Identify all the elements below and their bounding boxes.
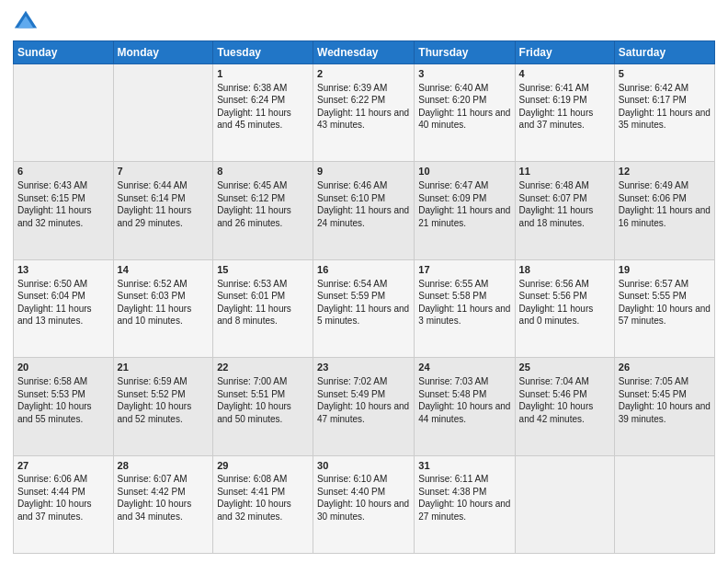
day-info: Sunrise: 6:45 AM — [217, 179, 309, 192]
day-info: Daylight: 11 hours and 32 minutes. — [17, 204, 109, 229]
day-number: 14 — [118, 263, 210, 277]
day-of-week-sunday: Sunday — [14, 41, 114, 64]
calendar-cell: 5Sunrise: 6:42 AMSunset: 6:17 PMDaylight… — [614, 64, 714, 162]
calendar-cell: 12Sunrise: 6:49 AMSunset: 6:06 PMDayligh… — [614, 162, 714, 259]
day-info: Sunset: 6:20 PM — [418, 94, 510, 107]
day-info: Sunset: 5:58 PM — [418, 290, 510, 303]
day-info: Sunrise: 6:58 AM — [17, 375, 109, 388]
day-number: 25 — [519, 361, 610, 374]
day-info: Daylight: 11 hours and 43 minutes. — [317, 107, 410, 132]
day-info: Sunset: 6:12 PM — [217, 192, 309, 205]
day-info: Sunset: 5:52 PM — [118, 388, 210, 401]
day-info: Daylight: 10 hours and 47 minutes. — [317, 400, 410, 425]
day-info: Sunrise: 6:46 AM — [317, 179, 410, 192]
day-info: Daylight: 11 hours and 10 minutes. — [118, 303, 210, 327]
calendar-cell: 3Sunrise: 6:40 AMSunset: 6:20 PMDaylight… — [415, 64, 515, 162]
day-info: Sunset: 5:56 PM — [519, 290, 610, 303]
day-info: Daylight: 11 hours and 45 minutes. — [217, 107, 309, 132]
day-number: 31 — [418, 459, 510, 473]
day-info: Sunrise: 6:07 AM — [118, 473, 210, 486]
day-info: Sunset: 4:44 PM — [17, 486, 109, 499]
week-row-2: 6Sunrise: 6:43 AMSunset: 6:15 PMDaylight… — [14, 162, 715, 259]
day-info: Sunrise: 6:59 AM — [118, 375, 210, 388]
day-number: 1 — [217, 67, 309, 81]
day-header-row: SundayMondayTuesdayWednesdayThursdayFrid… — [14, 41, 715, 64]
calendar-cell: 18Sunrise: 6:56 AMSunset: 5:56 PMDayligh… — [515, 259, 614, 357]
day-info: Daylight: 11 hours and 16 minutes. — [619, 204, 711, 229]
day-number: 9 — [317, 165, 410, 178]
calendar-cell: 22Sunrise: 7:00 AMSunset: 5:51 PMDayligh… — [213, 358, 313, 455]
day-info: Sunset: 6:15 PM — [17, 192, 109, 205]
day-info: Sunrise: 7:02 AM — [317, 375, 410, 388]
day-info: Daylight: 11 hours and 18 minutes. — [519, 204, 610, 229]
day-info: Daylight: 10 hours and 50 minutes. — [217, 400, 309, 425]
day-info: Sunrise: 6:49 AM — [619, 179, 711, 192]
logo-icon — [13, 9, 39, 35]
day-info: Sunrise: 6:52 AM — [118, 278, 210, 291]
day-number: 18 — [519, 263, 610, 277]
calendar-header: SundayMondayTuesdayWednesdayThursdayFrid… — [14, 41, 715, 64]
calendar-cell: 8Sunrise: 6:45 AMSunset: 6:12 PMDaylight… — [213, 162, 313, 259]
week-row-4: 20Sunrise: 6:58 AMSunset: 5:53 PMDayligh… — [14, 358, 715, 455]
calendar-cell: 31Sunrise: 6:11 AMSunset: 4:38 PMDayligh… — [415, 455, 515, 553]
day-info: Sunset: 6:14 PM — [118, 192, 210, 205]
calendar-cell: 29Sunrise: 6:08 AMSunset: 4:41 PMDayligh… — [213, 455, 313, 553]
logo — [13, 9, 42, 35]
day-info: Daylight: 10 hours and 39 minutes. — [619, 400, 711, 425]
day-number: 12 — [619, 165, 711, 178]
week-row-3: 13Sunrise: 6:50 AMSunset: 6:04 PMDayligh… — [14, 259, 715, 357]
day-info: Daylight: 11 hours and 26 minutes. — [217, 204, 309, 229]
day-info: Sunrise: 6:08 AM — [217, 473, 309, 486]
calendar-cell: 25Sunrise: 7:04 AMSunset: 5:46 PMDayligh… — [515, 358, 614, 455]
day-info: Sunrise: 6:41 AM — [519, 82, 610, 95]
calendar-cell: 13Sunrise: 6:50 AMSunset: 6:04 PMDayligh… — [14, 259, 114, 357]
day-info: Sunset: 5:51 PM — [217, 388, 309, 401]
day-info: Sunrise: 7:00 AM — [217, 375, 309, 388]
day-info: Daylight: 11 hours and 37 minutes. — [519, 107, 610, 132]
calendar-cell — [515, 455, 614, 553]
day-info: Sunset: 6:17 PM — [619, 94, 711, 107]
calendar-cell: 9Sunrise: 6:46 AMSunset: 6:10 PMDaylight… — [313, 162, 415, 259]
day-info: Sunset: 4:40 PM — [317, 486, 410, 499]
day-info: Daylight: 11 hours and 21 minutes. — [418, 204, 510, 229]
week-row-5: 27Sunrise: 6:06 AMSunset: 4:44 PMDayligh… — [14, 455, 715, 553]
day-info: Sunrise: 6:43 AM — [17, 179, 109, 192]
calendar-cell: 30Sunrise: 6:10 AMSunset: 4:40 PMDayligh… — [313, 455, 415, 553]
day-info: Sunrise: 6:54 AM — [317, 278, 410, 291]
day-number: 15 — [217, 263, 309, 277]
day-info: Sunset: 4:41 PM — [217, 486, 309, 499]
day-info: Sunset: 4:42 PM — [118, 486, 210, 499]
day-of-week-tuesday: Tuesday — [213, 41, 313, 64]
calendar-cell: 1Sunrise: 6:38 AMSunset: 6:24 PMDaylight… — [213, 64, 313, 162]
day-info: Daylight: 11 hours and 35 minutes. — [619, 107, 711, 132]
day-info: Sunrise: 6:55 AM — [418, 278, 510, 291]
calendar-cell: 24Sunrise: 7:03 AMSunset: 5:48 PMDayligh… — [415, 358, 515, 455]
day-info: Sunset: 6:03 PM — [118, 290, 210, 303]
day-info: Daylight: 10 hours and 52 minutes. — [118, 400, 210, 425]
day-info: Sunrise: 6:39 AM — [317, 82, 410, 95]
day-info: Sunset: 6:10 PM — [317, 192, 410, 205]
day-info: Sunset: 4:38 PM — [418, 486, 510, 499]
day-number: 26 — [619, 361, 711, 374]
day-number: 5 — [619, 67, 711, 81]
day-number: 27 — [17, 459, 109, 473]
day-info: Daylight: 10 hours and 27 minutes. — [418, 498, 510, 523]
day-number: 13 — [17, 263, 109, 277]
day-number: 6 — [17, 165, 109, 178]
day-number: 17 — [418, 263, 510, 277]
calendar-cell: 17Sunrise: 6:55 AMSunset: 5:58 PMDayligh… — [415, 259, 515, 357]
calendar-cell: 20Sunrise: 6:58 AMSunset: 5:53 PMDayligh… — [14, 358, 114, 455]
day-info: Sunrise: 6:50 AM — [17, 278, 109, 291]
calendar-cell: 27Sunrise: 6:06 AMSunset: 4:44 PMDayligh… — [14, 455, 114, 553]
calendar-cell: 19Sunrise: 6:57 AMSunset: 5:55 PMDayligh… — [614, 259, 714, 357]
day-number: 29 — [217, 459, 309, 473]
day-info: Sunrise: 6:47 AM — [418, 179, 510, 192]
calendar-cell: 28Sunrise: 6:07 AMSunset: 4:42 PMDayligh… — [113, 455, 213, 553]
day-info: Daylight: 11 hours and 29 minutes. — [118, 204, 210, 229]
week-row-1: 1Sunrise: 6:38 AMSunset: 6:24 PMDaylight… — [14, 64, 715, 162]
day-info: Daylight: 11 hours and 8 minutes. — [217, 303, 309, 327]
day-info: Daylight: 11 hours and 40 minutes. — [418, 107, 510, 132]
day-of-week-saturday: Saturday — [614, 41, 714, 64]
day-info: Sunset: 5:53 PM — [17, 388, 109, 401]
day-info: Daylight: 10 hours and 34 minutes. — [118, 498, 210, 523]
